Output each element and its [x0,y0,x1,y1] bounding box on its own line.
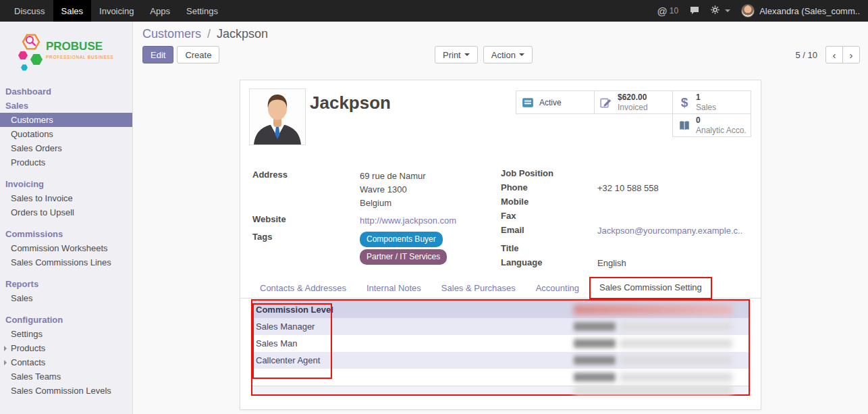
tab-sales-purchases[interactable]: Sales & Purchases [431,278,526,298]
email-link[interactable]: Jackpson@yourcompany.example.c.. [597,226,742,236]
redacted-cell [574,373,616,382]
tab-internal-notes[interactable]: Internal Notes [356,278,431,298]
fax-label: Fax [501,211,597,221]
gear-icon [711,5,720,16]
mentions-button[interactable]: @ 10 [657,5,679,17]
redacted-cell [574,322,616,331]
analytic-stat-button[interactable]: 0 Analytic Acco... [672,113,751,137]
form-sheet: Jackpson Active $620.00 Invoiced [240,80,761,410]
sidebar-item-config-contacts[interactable]: Contacts [0,355,132,369]
action-label: Action [491,50,516,60]
notebook-tabs: Contacts & Addresses Internal Notes Sale… [240,277,761,299]
breadcrumb-separator: / [207,27,211,41]
customer-name: Jackpson [310,93,391,113]
breadcrumb-current: Jackpson [217,27,268,41]
print-dropdown-button[interactable]: Print [435,46,478,63]
pager-next-button[interactable]: › [842,46,860,63]
sidebar: PROBUSE PROFESSIONAL BUSINESS Dashboard … [0,22,133,414]
sidebar-item-quotations[interactable]: Quotations [0,127,132,141]
logo-subtitle: PROFESSIONAL BUSINESS [46,55,113,59]
book-icon [678,120,691,132]
tab-accounting[interactable]: Accounting [526,278,589,298]
logo-title: PROBUSE [46,40,103,53]
tab-contacts-addresses[interactable]: Contacts & Addresses [250,278,356,298]
tag-components-buyer[interactable]: Components Buyer [360,232,443,247]
table-row[interactable]: Sales Man [252,335,749,352]
redacted-cell [620,339,732,348]
customer-photo[interactable] [249,88,306,145]
sidebar-item-sales-orders[interactable]: Sales Orders [0,141,132,155]
sidebar-item-settings[interactable]: Settings [0,327,132,341]
table-row[interactable]: Callcenter Agent [252,352,749,369]
commission-table: Commission Level Sales Manager Sales Man… [251,299,750,396]
website-link[interactable]: http://www.jackpson.com [360,215,456,226]
menu-apps[interactable]: Apps [142,0,178,22]
table-row[interactable]: Sales Manager [252,318,749,335]
sidebar-section-commissions[interactable]: Commissions [0,227,132,241]
sidebar-item-dashboard[interactable]: Dashboard [0,84,132,99]
messages-button[interactable] [689,5,700,18]
sidebar-nav: Dashboard Sales Customers Quotations Sal… [0,84,132,398]
menu-sales[interactable]: Sales [53,0,92,22]
stat-buttons: Active $620.00 Invoiced $ 1 Sales [516,90,751,137]
commission-level-cell[interactable]: Sales Manager [252,321,574,332]
sidebar-item-sales-commissions-lines[interactable]: Sales Commissions Lines [0,255,132,269]
chat-icon [689,5,700,18]
sidebar-item-products[interactable]: Products [0,155,132,170]
table-row-empty[interactable] [252,369,749,386]
tab-sales-commission-setting[interactable]: Sales Commission Setting [589,277,712,299]
sidebar-item-orders-to-upsell[interactable]: Orders to Upsell [0,205,132,219]
address-city: Wavre 1300 [360,183,426,197]
sidebar-item-customers[interactable]: Customers [0,113,132,127]
sidebar-item-sales-teams[interactable]: Sales Teams [0,369,132,384]
sales-stat-button[interactable]: $ 1 Sales [672,90,751,114]
expand-icon [4,346,7,351]
address-value[interactable]: 69 rue de Namur Wavre 1300 Belgium [360,170,426,210]
phone-value[interactable]: +32 10 588 558 [597,182,659,194]
tag-partner-it-services[interactable]: Partner / IT Services [360,249,447,265]
redacted-cell [620,322,732,331]
invoiced-stat-button[interactable]: $620.00 Invoiced [594,90,673,114]
edit-button[interactable]: Edit [142,46,173,63]
active-stat-button[interactable]: Active [516,90,595,114]
sidebar-item-config-products[interactable]: Products [0,341,132,355]
sidebar-item-commission-worksheets[interactable]: Commission Worksheets [0,241,132,255]
redacted-cell [574,356,616,365]
sidebar-section-configuration[interactable]: Configuration [0,313,132,327]
pager-previous-button[interactable]: ‹ [825,46,843,63]
sidebar-item-reports-sales[interactable]: Sales [0,291,132,305]
create-button[interactable]: Create [177,46,219,63]
commission-level-header[interactable]: Commission Level [252,305,574,315]
left-field-group: Address 69 rue de Namur Wavre 1300 Belgi… [252,170,490,267]
title-label: Title [501,243,597,253]
chevron-down-icon [464,53,470,56]
commission-level-cell[interactable]: Callcenter Agent [252,355,574,365]
debug-menu-button[interactable] [711,5,730,16]
active-icon [521,97,535,109]
menu-discuss[interactable]: Discuss [6,0,53,22]
sales-count: 1 [696,93,716,103]
sidebar-item-sales-to-invoice[interactable]: Sales to Invoice [0,191,132,205]
active-label: Active [539,98,562,107]
mobile-label: Mobile [501,197,597,207]
tags-value: Components Buyer Partner / IT Services [360,232,447,267]
sidebar-section-invoicing[interactable]: Invoicing [0,177,132,191]
menu-invoicing[interactable]: Invoicing [91,0,142,22]
sidebar-section-reports[interactable]: Reports [0,277,132,291]
sidebar-section-sales[interactable]: Sales [0,99,132,113]
action-dropdown-button[interactable]: Action [483,46,533,63]
breadcrumb-customers[interactable]: Customers [142,27,201,41]
commission-level-cell[interactable]: Sales Man [252,338,574,348]
table-header-row: Commission Level [252,301,749,318]
person-avatar-image [250,89,305,145]
app-logo: PROBUSE PROFESSIONAL BUSINESS [0,22,132,79]
website-label: Website [252,214,360,224]
job-position-label: Job Position [501,168,597,178]
user-menu[interactable]: Alexandra (Sales_comm.. [741,4,860,18]
dollar-icon: $ [678,95,691,110]
sidebar-item-sales-commission-levels[interactable]: Sales Commission Levels [0,384,132,398]
menu-settings[interactable]: Settings [178,0,226,22]
language-value[interactable]: English [597,257,626,269]
analytic-count: 0 [696,115,746,126]
sales-label: Sales [696,103,716,113]
